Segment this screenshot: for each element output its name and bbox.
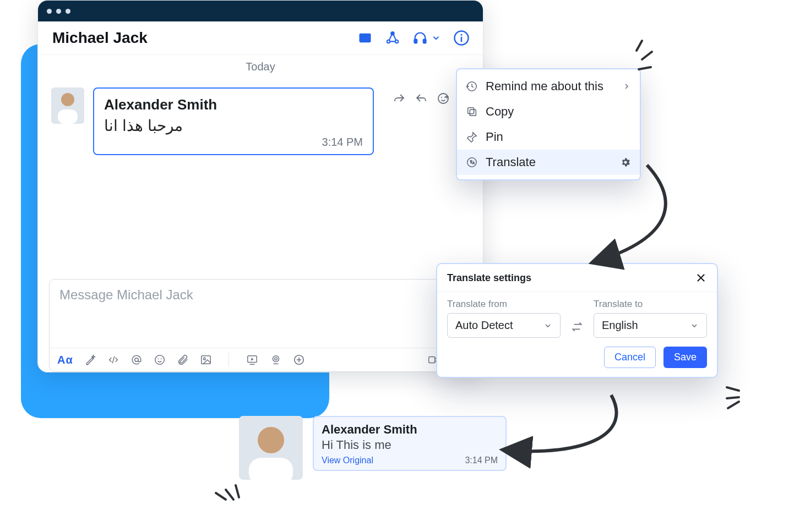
chevron-down-icon xyxy=(690,321,699,330)
svg-rect-28 xyxy=(429,357,435,363)
reply-icon[interactable] xyxy=(415,92,428,105)
chevron-down-icon xyxy=(543,321,552,330)
add-more-icon[interactable] xyxy=(293,354,305,366)
message-bubble[interactable]: Alexander Smith مرحبا هذا انا 3:14 PM xyxy=(93,87,374,155)
dialog-header: Translate settings xyxy=(437,264,717,292)
close-icon[interactable] xyxy=(695,272,707,284)
attach-icon[interactable] xyxy=(177,354,189,366)
date-divider: Today xyxy=(38,55,483,76)
menu-item-translate[interactable]: Translate xyxy=(457,150,640,175)
chat-window: Michael Jack xyxy=(37,0,483,372)
svg-rect-3 xyxy=(361,39,364,40)
chevron-right-icon xyxy=(622,82,631,91)
chevron-down-icon[interactable] xyxy=(431,33,441,43)
message-actions xyxy=(393,92,450,105)
window-titlebar xyxy=(38,1,483,21)
mention-icon[interactable] xyxy=(130,354,143,366)
menu-item-label: Remind me about this xyxy=(486,79,603,94)
share-icon[interactable] xyxy=(385,30,400,46)
message-context-menu: Remind me about this Copy Pin Translate xyxy=(456,68,641,180)
menu-item-label: Pin xyxy=(486,130,503,144)
header-actions xyxy=(357,30,470,46)
svg-rect-1 xyxy=(361,35,366,36)
svg-rect-7 xyxy=(415,39,417,43)
slideshow-icon[interactable] xyxy=(246,354,259,366)
message-sender: Alexander Smith xyxy=(104,96,363,113)
swap-languages-button[interactable] xyxy=(566,316,588,338)
composer-toolbar: Aα xyxy=(50,348,471,371)
save-button[interactable]: Save xyxy=(663,347,707,368)
magic-wand-icon[interactable] xyxy=(84,354,96,366)
emoji-picker-icon[interactable] xyxy=(437,92,450,105)
webcam-icon[interactable] xyxy=(270,354,282,366)
preview-bubble[interactable]: Alexander Smith Hi This is me View Origi… xyxy=(313,416,507,471)
dialog-title: Translate settings xyxy=(447,272,531,284)
svg-point-19 xyxy=(155,355,165,365)
menu-item-remind[interactable]: Remind me about this xyxy=(457,74,640,99)
avatar[interactable] xyxy=(239,416,303,480)
translate-to-select[interactable]: English xyxy=(594,313,707,338)
avatar[interactable] xyxy=(51,87,84,124)
message-body: مرحبا هذا انا xyxy=(104,117,363,135)
view-original-link[interactable]: View Original xyxy=(322,456,373,465)
menu-item-pin[interactable]: Pin xyxy=(457,124,640,150)
code-icon[interactable] xyxy=(107,354,119,366)
svg-rect-13 xyxy=(58,109,78,124)
svg-point-10 xyxy=(461,34,463,36)
preview-time: 3:14 PM xyxy=(465,456,498,465)
menu-item-label: Translate xyxy=(486,155,536,169)
composer-placeholder: Message Michael Jack xyxy=(59,287,193,302)
translated-preview: Alexander Smith Hi This is me View Origi… xyxy=(239,416,507,480)
forward-icon[interactable] xyxy=(393,92,406,105)
svg-point-23 xyxy=(203,358,205,360)
svg-point-25 xyxy=(273,356,279,362)
chat-title: Michael Jack xyxy=(52,29,148,47)
message-time: 3:14 PM xyxy=(104,136,363,149)
menu-item-copy[interactable]: Copy xyxy=(457,99,640,124)
svg-point-12 xyxy=(61,93,74,106)
select-value: Auto Detect xyxy=(455,319,513,332)
svg-point-26 xyxy=(274,358,277,360)
composer: Message Michael Jack Aα xyxy=(49,279,472,372)
svg-point-20 xyxy=(157,358,159,359)
svg-point-18 xyxy=(135,358,138,361)
divider xyxy=(229,353,229,367)
svg-point-5 xyxy=(387,40,390,43)
svg-rect-31 xyxy=(470,109,476,116)
composer-input[interactable]: Message Michael Jack xyxy=(50,279,471,348)
svg-rect-22 xyxy=(202,356,211,364)
chat-header: Michael Jack xyxy=(38,21,483,55)
window-dot xyxy=(47,9,52,14)
preview-text: Hi This is me xyxy=(322,438,498,452)
translate-settings-dialog: Translate settings Translate from Auto D… xyxy=(436,263,718,378)
clock-history-icon xyxy=(466,80,478,92)
pin-icon xyxy=(466,131,478,143)
gear-icon[interactable] xyxy=(620,157,631,168)
svg-rect-32 xyxy=(468,108,474,114)
svg-rect-2 xyxy=(361,37,366,39)
window-dot xyxy=(66,9,70,14)
translate-from-label: Translate from xyxy=(447,299,561,310)
message-row: Alexander Smith مرحبا هذا انا 3:14 PM xyxy=(51,87,470,155)
window-dot xyxy=(56,9,61,14)
svg-point-16 xyxy=(441,97,442,98)
svg-point-6 xyxy=(395,40,398,43)
emoji-icon[interactable] xyxy=(154,354,166,366)
info-icon[interactable] xyxy=(453,30,470,46)
headphones-icon[interactable] xyxy=(412,30,428,46)
translate-icon xyxy=(466,156,478,168)
select-value: English xyxy=(602,319,638,332)
image-icon[interactable] xyxy=(200,354,212,366)
preview-sender: Alexander Smith xyxy=(322,423,498,437)
menu-item-label: Copy xyxy=(486,105,514,119)
svg-rect-36 xyxy=(249,458,293,480)
message-list: Alexander Smith مرحبا هذا انا 3:14 PM xyxy=(38,76,483,273)
cancel-button[interactable]: Cancel xyxy=(604,347,656,368)
translate-from-select[interactable]: Auto Detect xyxy=(447,313,561,338)
copy-icon xyxy=(466,106,478,118)
news-feed-icon[interactable] xyxy=(357,30,373,46)
svg-point-21 xyxy=(161,358,162,359)
format-text-icon[interactable]: Aα xyxy=(57,354,73,366)
translate-to-label: Translate to xyxy=(594,299,707,310)
svg-point-35 xyxy=(258,427,284,453)
